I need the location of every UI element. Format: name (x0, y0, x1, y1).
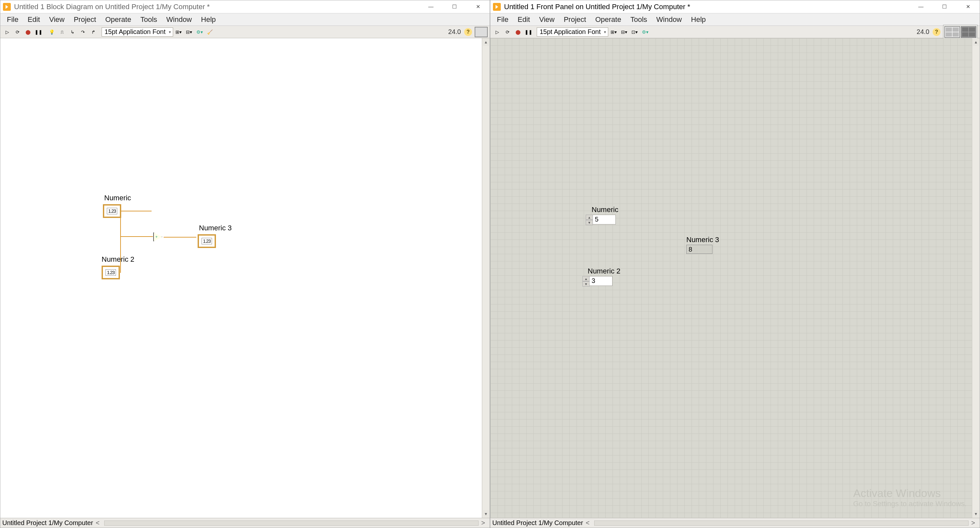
maximize-button[interactable]: ☐ (442, 0, 466, 13)
wire (164, 237, 196, 237)
scroll-left-button[interactable]: < (583, 519, 592, 527)
minimize-button[interactable]: — (419, 0, 442, 13)
align-button[interactable]: ⊞▾ (609, 27, 619, 37)
reorder-button[interactable]: ⚙▾ (640, 27, 650, 37)
numeric-control-terminal[interactable]: 1.23 (103, 204, 121, 218)
window-title: Untitled 1 Block Diagram on Untitled Pro… (14, 3, 419, 11)
menu-tools[interactable]: Tools (626, 13, 652, 26)
vertical-scrollbar[interactable]: ▲▼ (482, 38, 490, 518)
numeric-control[interactable]: ▲▼ 5 (586, 215, 616, 225)
vi-icon[interactable] (475, 27, 488, 37)
run-button[interactable]: ▷ (2, 27, 12, 37)
run-continuous-button[interactable]: ⟳ (13, 27, 22, 37)
control-label-numeric: Numeric (592, 205, 618, 214)
menu-window[interactable]: Window (652, 13, 686, 26)
node-label-numeric3: Numeric 3 (199, 224, 232, 232)
help-icon[interactable]: ? (464, 28, 472, 36)
minimize-button[interactable]: — (909, 0, 932, 13)
titlebar: Untitled 1 Block Diagram on Untitled Pro… (0, 0, 490, 13)
toolbar: ▷ ⟳ ⬤ ❚❚ 15pt Application Font ⊞▾ ⊟▾ ⊡▾ … (490, 26, 980, 38)
menu-window[interactable]: Window (162, 13, 196, 26)
menu-operate[interactable]: Operate (590, 13, 626, 26)
scroll-right-button[interactable]: > (969, 519, 978, 527)
menu-file[interactable]: File (492, 13, 513, 26)
run-button[interactable]: ▷ (492, 27, 502, 37)
numeric2-control-terminal[interactable]: 1.23 (102, 266, 120, 279)
window-title: Untitled 1 Front Panel on Untitled Proje… (504, 3, 909, 11)
abort-button[interactable]: ⬤ (23, 27, 33, 37)
retain-wire-button[interactable]: ⎍ (57, 27, 67, 37)
block-diagram-canvas[interactable]: ▲▼ Numeric 1.23 Numeric 2 1.23 Numeric 3… (0, 38, 490, 518)
step-out-button[interactable]: ↱ (89, 27, 98, 37)
highlight-execution-button[interactable]: 💡 (47, 27, 57, 37)
version-label: 24.0 (445, 28, 463, 36)
horizontal-scrollbar[interactable] (104, 520, 479, 526)
icon-pane[interactable] (943, 25, 978, 39)
scroll-right-button[interactable]: > (479, 519, 488, 527)
spinner-icon[interactable]: ▲▼ (586, 215, 593, 225)
menubar: File Edit View Project Operate Tools Win… (0, 13, 490, 26)
terminal-display: 1.23 (202, 238, 212, 244)
menu-project[interactable]: Project (69, 13, 100, 26)
reorder-button[interactable]: ⚙▾ (195, 27, 205, 37)
wire (120, 236, 153, 237)
watermark-subtitle: Go to Settings to activate Windows. (853, 499, 967, 508)
font-selector[interactable]: 15pt Application Font (102, 27, 173, 37)
windows-activation-watermark: Activate Windows Go to Settings to activ… (853, 487, 967, 508)
menu-tools[interactable]: Tools (136, 13, 162, 26)
vi-icon[interactable] (961, 26, 977, 38)
labview-icon (493, 3, 501, 11)
pause-button[interactable]: ❚❚ (523, 27, 533, 37)
font-selector[interactable]: 15pt Application Font (537, 27, 608, 37)
toolbar: ▷ ⟳ ⬤ ❚❚ 💡 ⎍ ↳ ↷ ↱ 15pt Application Font… (0, 26, 490, 38)
horizontal-scrollbar[interactable] (594, 520, 969, 526)
status-path: Untitled Project 1/My Computer (492, 519, 583, 527)
statusbar: Untitled Project 1/My Computer < > (0, 518, 490, 528)
menu-view[interactable]: View (535, 13, 559, 26)
numeric3-indicator-terminal[interactable]: 1.23 (197, 234, 216, 248)
step-into-button[interactable]: ↳ (68, 27, 78, 37)
watermark-title: Activate Windows (853, 487, 967, 499)
resize-button[interactable]: ⊡▾ (630, 27, 640, 37)
abort-button[interactable]: ⬤ (513, 27, 523, 37)
maximize-button[interactable]: ☐ (932, 0, 956, 13)
window-controls: — ☐ ✕ (419, 0, 490, 13)
node-label-numeric: Numeric (104, 194, 131, 202)
menu-view[interactable]: View (45, 13, 69, 26)
scroll-left-button[interactable]: < (93, 519, 102, 527)
front-panel-canvas[interactable]: ▲▼ Numeric ▲▼ 5 Numeric 2 ▲▼ 3 Numeric 3… (490, 38, 980, 518)
distribute-button[interactable]: ⊟▾ (619, 27, 629, 37)
menu-edit[interactable]: Edit (23, 13, 45, 26)
run-continuous-button[interactable]: ⟳ (503, 27, 512, 37)
align-button[interactable]: ⊞▾ (174, 27, 184, 37)
vertical-scrollbar[interactable]: ▲▼ (972, 38, 980, 518)
menu-help[interactable]: Help (196, 13, 220, 26)
numeric-input[interactable]: 5 (593, 215, 616, 224)
menu-file[interactable]: File (2, 13, 23, 26)
numeric2-input[interactable]: 3 (590, 276, 612, 286)
menubar: File Edit View Project Operate Tools Win… (490, 13, 980, 26)
front-panel-window: Untitled 1 Front Panel on Untitled Proje… (490, 0, 980, 528)
node-label-numeric2: Numeric 2 (102, 255, 134, 264)
help-icon[interactable]: ? (932, 28, 940, 36)
block-diagram-window: Untitled 1 Block Diagram on Untitled Pro… (0, 0, 490, 528)
titlebar: Untitled 1 Front Panel on Untitled Proje… (490, 0, 980, 13)
connector-pane-icon[interactable] (944, 26, 960, 38)
version-label: 24.0 (914, 28, 932, 36)
spinner-icon[interactable]: ▲▼ (582, 276, 590, 286)
close-button[interactable]: ✕ (956, 0, 980, 13)
add-function-node[interactable] (153, 232, 162, 242)
step-over-button[interactable]: ↷ (78, 27, 88, 37)
terminal-display: 1.23 (105, 269, 116, 276)
menu-edit[interactable]: Edit (513, 13, 535, 26)
wire (120, 211, 151, 212)
distribute-button[interactable]: ⊟▾ (184, 27, 194, 37)
cleanup-button[interactable]: 🧹 (205, 27, 215, 37)
pause-button[interactable]: ❚❚ (33, 27, 43, 37)
close-button[interactable]: ✕ (466, 0, 490, 13)
menu-operate[interactable]: Operate (100, 13, 136, 26)
labview-icon (3, 3, 11, 11)
menu-project[interactable]: Project (559, 13, 590, 26)
menu-help[interactable]: Help (686, 13, 710, 26)
numeric2-control[interactable]: ▲▼ 3 (582, 276, 612, 286)
